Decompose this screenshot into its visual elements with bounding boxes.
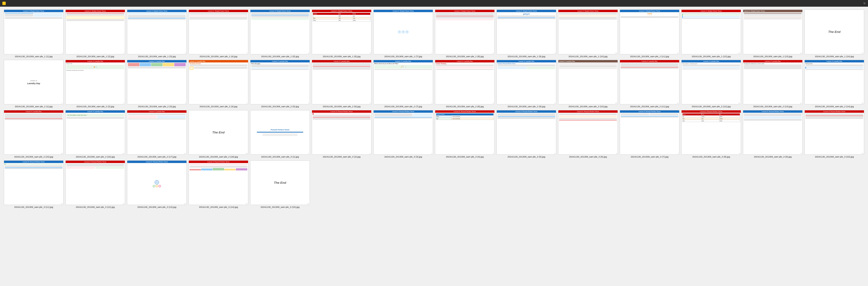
thumbnail-label: 20241130_201309_sam ple_3 (12).jpg [76,206,115,209]
thumbnail-box: Lesson 5: Present Perfect Tense 7 [620,110,679,155]
thumbnail-box: Lesson 4: Laundry Day Watch Me 🧺 🫧 Descr… [65,60,125,105]
list-item[interactable]: Lesson 3: Simple Future Tense 220241130_… [65,9,125,58]
list-item[interactable]: Lesson 4: Laundry Day 1020241130_201309_… [558,60,618,108]
thumbnail-box: Lesson 3: Simple Future Tense 10 [558,9,618,55]
page-number: 2 [123,103,124,104]
page-number: 2 [123,52,124,54]
thumbnail-label: 20241130_201309_sam ple_3 (9).jpg [754,155,792,158]
list-item[interactable]: The End1420241130_201309_sam ple_1 (14).… [805,9,864,58]
thumbnail-label: 20241130_201309_sam ple_1 (5).jpg [261,55,299,58]
thumbnail-box: The End15 [250,160,310,205]
page-number: 9 [555,52,555,54]
list-item[interactable]: Lesson 5: Present Perfect Tense PP Tense… [127,160,187,209]
thumbnail-label: 20241130_201309_sam ple_2 (12).jpg [691,105,731,108]
list-item[interactable]: Present Perfect Tense 120241130_201309_s… [250,110,310,158]
list-item[interactable]: Lesson 4: Laundry Day Critical Thinking … [435,60,495,108]
list-item[interactable]: Lesson 4: Laundry Day Watch Me 🧺 🫧 Descr… [65,60,125,108]
thumbnail-label: 20241130_201309_sam ple_2 (6).jpg [323,105,361,108]
list-item[interactable]: Lesson 3: Simple Future Tense ? ? ? 1120… [620,9,679,58]
thumbnail-box: Lesson 3: Simple Future Tense 1 [4,9,63,55]
list-item[interactable]: Lesson 3: Simple Future Tense 520241130_… [250,9,310,58]
thumbnail-box: The End18 [189,110,248,155]
thumbnail-label: 20241130_201309_sam ple_3 (5).jpg [507,155,545,158]
thumbnail-label: 20241130_201309_sam ple_1 (1).jpg [15,55,53,58]
thumbnail-box: Lesson 5: Present Perfect Tense 6 [558,110,618,155]
list-item[interactable]: Lesson 3: Simple Future Tense going to 9… [497,9,556,58]
list-item[interactable]: Lesson 4: Laundry Day 620241130_201309_s… [312,60,371,108]
thumbnail-grid: Lesson 3: Simple Future Tense 120241130_… [4,9,864,209]
list-item[interactable]: The End1820241130_201309_sam ple_2 (18).… [189,110,248,158]
list-item[interactable]: Lesson 3: Simple Future Tense 820241130_… [435,9,495,58]
thumbnail-label: 20241130_201309_sam ple_3 (14).jpg [199,206,238,209]
list-item[interactable]: Lesson 4: Laundry Day Writing Notes 1420… [805,60,864,108]
list-item[interactable]: Lesson 4: Laundry Day "I am Tae sitting … [65,110,125,158]
list-item[interactable]: Lesson 3: Simple Future Tense 120241130_… [4,9,63,58]
list-item[interactable]: Lesson 4: Laundry Day 1720241130_201309_… [127,110,187,158]
list-item[interactable]: Lesson 3: Simple Future Tense SubjectWil… [312,9,371,58]
thumbnail-box: Lesson 4: Laundry Day 1 [4,60,63,105]
thumbnail-box: Lesson 5: Present Perfect Tense 10 [805,110,864,155]
thumbnail-label: 20241130_201309_sam ple_2 (15).jpg [14,155,53,158]
list-item[interactable]: Lesson 3: Simple Future Tense ? ? ? 7202… [373,9,433,58]
list-item[interactable]: Lesson 5: Present Perfect Tense BasePast… [681,110,741,158]
page-number: 4 [247,103,247,104]
thumbnail-box: Lesson 4: Laundry Day 6 [312,60,371,105]
list-item[interactable]: Lesson 3: Simple Future Tense 1220241130… [681,9,741,58]
list-item[interactable]: Lesson 5: Present Perfect Tense 92024113… [743,110,803,158]
list-item[interactable]: Lesson 4: Laundry Day 320241130_201309_s… [127,60,187,108]
thumbnail-label: 20241130_201309_sam ple_2 (9).jpg [507,105,545,108]
page-number: 7 [431,103,432,104]
list-item[interactable]: Lesson 3: Simple Future Tense 1320241130… [743,9,803,58]
thumbnail-label: 20241130_201309_sam ple_3 (2).jpg [323,155,361,158]
list-item[interactable]: Lesson 4: Laundry Day Which chores do yo… [373,60,433,108]
thumbnail-box: Lesson 3: Simple Future Tense 12 [681,9,741,55]
list-item[interactable]: Lesson 4: Laundry Day Vocabulary Preview… [189,60,248,108]
thumbnail-box: Lesson 4: Laundry Day Fill in the gaps 5 [250,60,310,105]
list-item[interactable]: Lesson 5: Present Perfect Tense 10202411… [805,110,864,158]
thumbnail-label: 20241130_201309_sam ple_1 (11).jpg [630,55,669,58]
list-item[interactable]: Lesson 5: Present Perfect Tense 72024113… [620,110,679,158]
list-item[interactable]: Lesson 4: Laundry Day 1120241130_201309_… [620,60,679,108]
page-number: 16 [122,153,124,154]
titlebar-refresh-icon[interactable]: ↻ [864,2,866,5]
list-item[interactable]: Lesson 4: Laundry Day 120241130_201309_s… [4,60,63,108]
list-item[interactable]: Lesson 5: Present Perfect Tense 62024113… [558,110,618,158]
thumbnail-box: Lesson 4: Laundry Day 3 [127,60,187,105]
list-item[interactable]: Lesson 4: Laundry Day Common Present Per… [497,60,556,108]
list-item[interactable]: Lesson 3: Simple Future Tense 320241130_… [127,9,187,58]
thumbnail-label: 20241130_201309_sam ple_3 (13).jpg [137,206,176,209]
list-item[interactable]: Lesson 5: Present Perfect Tense 11202411… [4,160,63,209]
thumbnail-label: 20241130_201309_sam ple_1 (7).jpg [384,55,422,58]
list-item[interactable]: The End1520241130_201309_sam ple_3 (15).… [250,160,310,209]
page-number: 5 [555,153,555,154]
list-item[interactable]: Lesson 4: Laundry Day Fill in the gaps 5… [250,60,310,108]
thumbnail-box: Lesson 5: Present Perfect Tense PP Tense… [127,160,187,205]
thumbnail-box: Lesson 5: Present Perfect Tense 11 [4,160,63,205]
thumbnail-box: Lesson 4: Laundry Day Critical Thinking … [435,60,495,105]
list-item[interactable]: Lesson 5: Present Perfect Tense 32024113… [373,110,433,158]
thumbnail-label: 20241130_201309_sam ple_3 (7).jpg [631,155,669,158]
page-number: 12 [738,52,740,54]
thumbnail-box: Lesson 3: Simple Future Tense 4 [189,9,248,55]
page-number: 5 [308,103,309,104]
list-item[interactable]: Lesson 5: Present Perfect Tense Present … [435,110,495,158]
page-number: 17 [184,153,186,154]
thumbnail-label: 20241130_201309_sam ple_1 (9).jpg [507,55,545,58]
page-number: 6 [370,103,371,104]
thumbnail-box: Lesson 4: Laundry Day Past perfect or Si… [681,60,741,105]
list-item[interactable]: Lesson 5: Present Perfect Tense 22024113… [312,110,371,158]
thumbnail-label: 20241130_201309_sam ple_2 (10).jpg [568,105,607,108]
list-item[interactable]: Lesson 4: Laundry Day 1520241130_201309_… [4,110,63,158]
page-number: 4 [493,153,494,154]
list-item[interactable]: Lesson 4: Laundry Day Arrange the senten… [743,60,803,108]
list-item[interactable]: Lesson 3: Simple Future Tense 1020241130… [558,9,618,58]
page-number: 4 [247,52,247,54]
list-item[interactable]: Lesson 3: Simple Future Tense 420241130_… [189,9,248,58]
page-number: 8 [493,52,494,54]
list-item[interactable]: Lesson 5: Present Perfect Tense 12202411… [65,160,125,209]
list-item[interactable]: Lesson 5: Present Perfect Tense 52024113… [497,110,556,158]
thumbnail-box: Lesson 4: Laundry Day Which chores do yo… [373,60,433,105]
page-number: 3 [185,52,186,54]
list-item[interactable]: Lesson 5: Present Perfect Tense 14202411… [189,160,248,209]
list-item[interactable]: Lesson 4: Laundry Day Past perfect or Si… [681,60,741,108]
